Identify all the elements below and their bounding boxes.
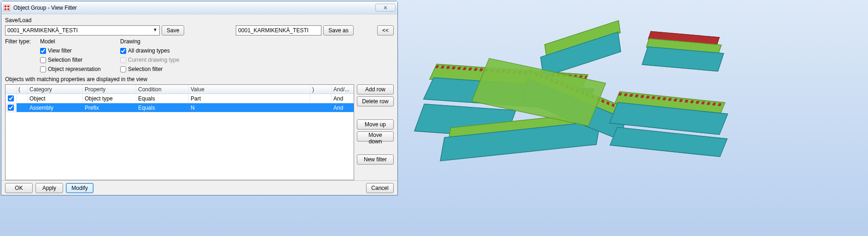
collapse-button[interactable]: << (377, 25, 394, 35)
titlebar[interactable]: Object Group - View Filter ✕ (1, 1, 397, 14)
modify-button[interactable]: Modify (66, 183, 93, 193)
col-andor[interactable]: And/... (332, 85, 354, 94)
preset-dropdown[interactable]: 0001_KARMIKENKÄ_TESTI ▼ (5, 25, 160, 35)
col-value[interactable]: Value (189, 85, 310, 94)
save-as-button[interactable]: Save as (323, 25, 353, 35)
add-row-button[interactable]: Add row (357, 84, 394, 94)
window-title: Object Group - View Filter (13, 5, 375, 11)
current-drawing-type-checkbox: Current drawing type (120, 57, 240, 63)
close-button[interactable]: ✕ (375, 4, 396, 12)
preset-name-field[interactable]: 0001_KARMIKENKÄ_TESTI (236, 25, 321, 35)
move-up-button[interactable]: Move up (357, 119, 394, 130)
delete-row-button[interactable]: Delete row (357, 96, 394, 106)
view-filter-dialog: Object Group - View Filter ✕ Save/Load 0… (1, 1, 398, 195)
grid-header: ( Category Property Condition Value ) An… (6, 85, 354, 94)
svg-rect-2 (7, 6, 9, 7)
col-paren-open[interactable]: ( (17, 85, 28, 94)
dialog-footer: OK Apply Modify Cancel (1, 180, 397, 195)
grid-side-buttons: Add row Delete row Move up Move down New… (357, 84, 394, 180)
grid-description: Objects with matching properties are dis… (5, 76, 394, 83)
view-filter-checkbox[interactable]: View filter (40, 47, 120, 54)
saveload-header: Save/Load (5, 16, 394, 24)
move-down-button[interactable]: Move down (357, 131, 394, 142)
table-row[interactable]: Object Object type Equals Part And (6, 94, 354, 103)
ok-button[interactable]: OK (5, 183, 33, 193)
saveload-row: 0001_KARMIKENKÄ_TESTI ▼ Save 0001_KARMIK… (5, 25, 394, 35)
app-icon (3, 4, 11, 12)
col-category[interactable]: Category (28, 85, 83, 94)
col-property[interactable]: Property (83, 85, 136, 94)
svg-rect-1 (5, 6, 6, 7)
rules-grid[interactable]: ( Category Property Condition Value ) An… (5, 84, 354, 180)
filter-type-grid: Filter type: Model Drawing View filter A… (5, 38, 394, 72)
preset-name-value: 0001_KARMIKENKÄ_TESTI (238, 27, 309, 34)
filter-type-label: Filter type: (5, 38, 40, 45)
svg-rect-4 (7, 8, 9, 10)
table-row[interactable]: Assembly Prefix Equals N And (6, 103, 354, 112)
row-checkbox[interactable] (8, 105, 14, 111)
object-representation-checkbox[interactable]: Object representation (40, 66, 120, 72)
col-paren-close[interactable]: ) (310, 85, 332, 94)
row-checkbox[interactable] (8, 95, 14, 101)
all-drawing-types-checkbox[interactable]: All drawing types (120, 47, 240, 54)
close-icon: ✕ (383, 5, 388, 11)
svg-rect-3 (5, 8, 6, 10)
chevron-down-icon: ▼ (153, 27, 157, 32)
model-3d-view (405, 0, 868, 236)
new-filter-button[interactable]: New filter (357, 154, 394, 165)
apply-button[interactable]: Apply (35, 183, 63, 193)
model-column-label: Model (40, 38, 120, 45)
drawing-selection-filter-checkbox[interactable]: Selection filter (120, 66, 240, 72)
grid-area: ( Category Property Condition Value ) An… (5, 84, 394, 180)
cancel-button[interactable]: Cancel (366, 183, 394, 193)
drawing-column-label: Drawing (120, 38, 240, 45)
selection-filter-checkbox[interactable]: Selection filter (40, 57, 120, 63)
preset-dropdown-value: 0001_KARMIKENKÄ_TESTI (7, 27, 78, 34)
dialog-body: Save/Load 0001_KARMIKENKÄ_TESTI ▼ Save 0… (1, 14, 397, 180)
col-condition[interactable]: Condition (136, 85, 189, 94)
save-button[interactable]: Save (162, 25, 184, 35)
